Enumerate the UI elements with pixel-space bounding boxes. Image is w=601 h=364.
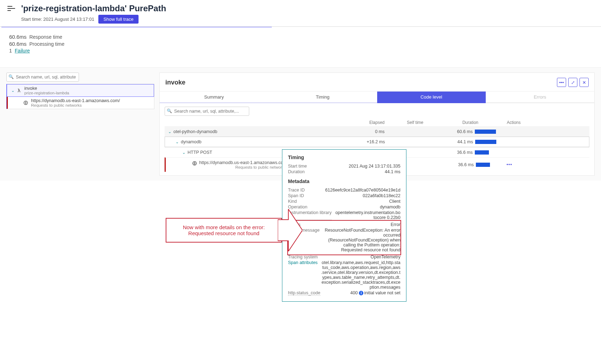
column-headers: Elapsed Self time Duration Actions — [165, 119, 589, 126]
tab-timing[interactable]: Timing — [268, 91, 377, 103]
duration-bar — [475, 140, 496, 144]
failure-count: 1 — [9, 48, 12, 54]
header-underline — [1, 27, 272, 27]
duration-bar — [475, 150, 489, 155]
globe-icon — [192, 161, 197, 167]
timing-heading: Timing — [288, 155, 400, 160]
metadata-heading: Metadata — [288, 178, 400, 181]
search-icon: 🔍 — [167, 108, 172, 113]
tree-search-input[interactable] — [6, 73, 79, 82]
tab-code-level[interactable]: Code level — [377, 91, 486, 103]
close-button[interactable]: ✕ — [579, 78, 589, 87]
lambda-icon — [17, 86, 22, 95]
globe-icon — [23, 98, 29, 107]
response-time-value: 60.6ms — [9, 34, 26, 40]
metrics-panel: 60.6ms Response time 60.6ms Processing t… — [0, 27, 601, 68]
page-header: 'prize-registration-lambda' PurePath Sta… — [0, 0, 601, 27]
tree-item-subtitle: Requests to public networks — [31, 103, 120, 107]
col-elapsed: Elapsed — [362, 120, 387, 125]
chevron-down-icon[interactable]: ⌄ — [168, 130, 171, 134]
span-row[interactable]: ⌄dynamodb +16.2 ms 44.1 ms — [165, 137, 589, 147]
col-self: Self time — [387, 120, 425, 125]
start-time-label: Start time: 2021 August 24 13:17:01 — [21, 17, 94, 22]
tree-item-title: invoke — [24, 86, 69, 91]
tab-errors: Errors — [486, 91, 594, 103]
tree-item-invoke[interactable]: ⌄ invoke prize-registration-lambda — [7, 84, 154, 97]
expand-button[interactable]: ⤢ — [568, 78, 577, 87]
tab-summary[interactable]: Summary — [160, 91, 268, 103]
chevron-down-icon[interactable]: ⌄ — [176, 140, 179, 144]
response-time-label: Response time — [29, 34, 62, 40]
processing-time-label: Processing time — [29, 41, 65, 47]
purepath-icon — [7, 5, 17, 12]
failure-link[interactable]: Failure — [15, 48, 30, 54]
duration-bar — [475, 130, 496, 134]
span-detail-popover: Timing Start time2021 Aug 24 13:17:01.33… — [282, 149, 406, 181]
detail-title: invoke — [165, 79, 185, 86]
duration-bar — [476, 163, 490, 167]
detail-search-input[interactable] — [165, 107, 249, 116]
trace-tree: ⌄ invoke prize-registration-lambda https… — [6, 84, 154, 109]
col-actions: Actions — [496, 120, 521, 125]
search-icon: 🔍 — [8, 74, 14, 79]
tree-item-dynamodb[interactable]: https://dynamodb.us-east-1.amazonaws.com… — [7, 97, 154, 109]
page-title: 'prize-registration-lambda' PurePath — [21, 4, 166, 13]
more-actions-button[interactable]: ••• — [557, 78, 566, 87]
tree-item-title: https://dynamodb.us-east-1.amazonaws.com… — [31, 98, 120, 103]
chevron-down-icon[interactable]: ⌄ — [11, 88, 14, 93]
processing-time-value: 60.6ms — [9, 41, 26, 47]
chevron-down-icon[interactable]: ⌄ — [182, 150, 185, 155]
detail-tabs: Summary Timing Code level Errors — [160, 91, 594, 103]
col-duration: Duration — [425, 120, 496, 125]
show-full-trace-button[interactable]: Show full trace — [98, 15, 138, 24]
span-row[interactable]: ⌄otel-python-dynamodb 0 ms 60.6 ms — [165, 126, 589, 137]
tree-item-subtitle: prize-registration-lambda — [24, 91, 69, 95]
row-actions-button[interactable]: ••• — [497, 162, 522, 167]
